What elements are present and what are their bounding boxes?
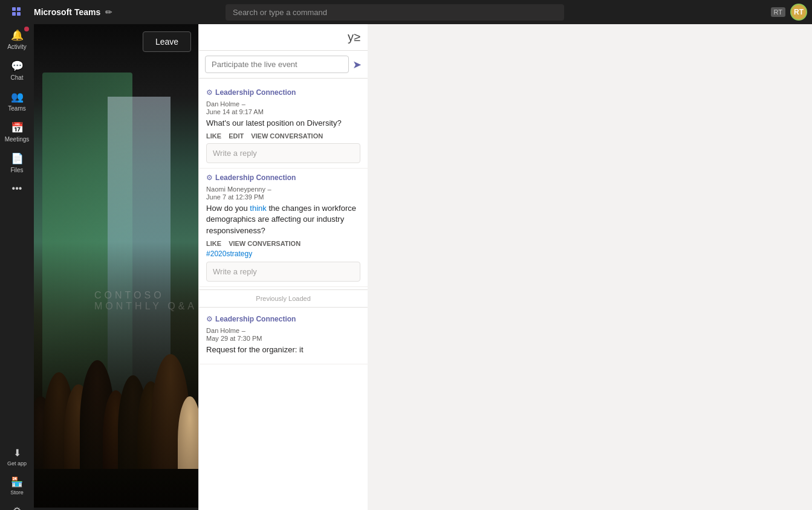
store-icon: 🏪 xyxy=(11,476,23,488)
comment-block-1: ⚙ Leadership Connection Dan Holme – June… xyxy=(199,83,368,169)
channel-icon-3: ⚙ xyxy=(206,315,213,323)
sidebar-item-feedback[interactable]: ⚙ Feedback xyxy=(0,500,34,510)
comment-author-3: Dan Holme – xyxy=(206,326,360,335)
sidebar-item-chat[interactable]: 💬 Chat xyxy=(0,55,34,86)
sidebar-item-store[interactable]: 🏪 Store xyxy=(0,471,34,500)
files-icon: 📄 xyxy=(11,152,24,165)
previously-loaded-divider: Previously Loaded xyxy=(199,289,368,308)
titlebar: Microsoft Teams ✏ RT RT xyxy=(0,0,812,24)
sidebar-label-activity: Activity xyxy=(7,44,27,50)
comment-actions-1: LIKE EDIT VIEW CONVERSATION xyxy=(206,132,360,140)
channel-name-1[interactable]: Leadership Connection xyxy=(215,88,296,97)
chat-icon: 💬 xyxy=(11,60,24,73)
comment-text-1: What's our latest position on Diversity? xyxy=(206,118,360,129)
titlebar-right: RT RT xyxy=(771,4,812,21)
author-name-2: Naomi Moneypenny xyxy=(206,186,265,193)
comment-date-1: June 14 at 9:17 AM xyxy=(206,108,360,115)
getapp-icon: ⬇ xyxy=(13,447,21,459)
comment-channel-header-1: ⚙ Leadership Connection xyxy=(206,88,360,97)
comment-date-3: May 29 at 7:30 PM xyxy=(206,335,360,342)
app-title: Microsoft Teams xyxy=(34,7,100,17)
panel-header: y≥ xyxy=(199,24,368,51)
comment-text-3: Request for the organizer: it xyxy=(206,344,360,355)
video-player[interactable]: CONTOSO MONTHLY Q&A Leave xyxy=(34,24,198,508)
author-name-1: Dan Holme xyxy=(206,100,239,108)
audience-silhouettes xyxy=(34,251,198,469)
search-input[interactable] xyxy=(226,4,564,21)
sidebar-label-teams: Teams xyxy=(8,105,25,112)
participate-input[interactable] xyxy=(205,56,349,73)
channel-icon-1: ⚙ xyxy=(206,88,213,97)
svg-rect-2 xyxy=(12,12,16,16)
meetings-icon: 📅 xyxy=(11,121,24,134)
participate-input-wrap: ➤ xyxy=(199,51,368,79)
author-name-3: Dan Holme xyxy=(206,327,239,334)
comment-text-2: How do you think the changes in workforc… xyxy=(206,203,360,236)
sidebar-label-getapp: Get app xyxy=(7,460,27,466)
view-convo-action-1[interactable]: VIEW CONVERSATION xyxy=(251,132,323,140)
sidebar-item-teams[interactable]: 👥 Teams xyxy=(0,86,34,117)
sidebar: 🔔 Activity 💬 Chat 👥 Teams 📅 Meetings 📄 F… xyxy=(0,24,34,510)
sidebar-item-getapp[interactable]: ⬇ Get app xyxy=(0,442,34,471)
comment-block-2: ⚙ Leadership Connection Naomi Moneypenny… xyxy=(199,169,368,287)
channel-name-2[interactable]: Leadership Connection xyxy=(215,173,296,182)
comments-feed[interactable]: ⚙ Leadership Connection Dan Holme – June… xyxy=(199,79,368,510)
comment-channel-header-3: ⚙ Leadership Connection xyxy=(206,315,360,323)
app-body: 🔔 Activity 💬 Chat 👥 Teams 📅 Meetings 📄 F… xyxy=(0,24,368,510)
author-dash-3: – xyxy=(242,327,245,334)
edit-icon[interactable]: ✏ xyxy=(105,7,112,17)
sidebar-label-files: Files xyxy=(10,167,23,173)
feedback-icon: ⚙ xyxy=(13,505,21,510)
author-dash-1: – xyxy=(242,100,245,108)
sidebar-item-meetings[interactable]: 📅 Meetings xyxy=(0,117,34,147)
more-icon: ••• xyxy=(12,183,22,194)
teams-icon: 👥 xyxy=(11,91,24,103)
view-convo-action-2[interactable]: VIEW CONVERSATION xyxy=(229,240,300,247)
svg-rect-3 xyxy=(17,12,21,16)
video-controls: ⏸ 🔊 12:27 / 19:36 ⚙ ⛶ ⮞ xyxy=(34,508,198,510)
like-action-2[interactable]: LIKE xyxy=(206,240,221,247)
sidebar-item-more[interactable]: ••• xyxy=(0,178,34,199)
svg-rect-0 xyxy=(12,7,16,11)
sidebar-label-store: Store xyxy=(10,489,24,495)
sidebar-item-activity[interactable]: 🔔 Activity xyxy=(0,24,34,55)
comment-date-2: June 7 at 12:39 PM xyxy=(206,193,360,201)
comment-actions-2: LIKE VIEW CONVERSATION xyxy=(206,240,360,247)
app-logo xyxy=(0,6,34,18)
channel-icon-2: ⚙ xyxy=(206,173,213,182)
comment-author-2: Naomi Moneypenny – xyxy=(206,184,360,193)
activity-icon: 🔔 xyxy=(11,29,24,42)
edit-action-1[interactable]: EDIT xyxy=(229,132,244,140)
sidebar-label-chat: Chat xyxy=(10,74,23,81)
channel-name-3[interactable]: Leadership Connection xyxy=(215,315,296,323)
reply-input-1[interactable]: Write a reply xyxy=(206,143,360,163)
reply-input-2[interactable]: Write a reply xyxy=(206,262,360,282)
search-area xyxy=(226,4,564,21)
like-action-1[interactable]: LIKE xyxy=(206,132,221,140)
leave-button[interactable]: Leave xyxy=(143,31,191,52)
comment-channel-header-2: ⚙ Leadership Connection xyxy=(206,173,360,182)
svg-rect-1 xyxy=(17,7,21,11)
comment-author-1: Dan Holme – xyxy=(206,99,360,108)
right-panel: y≥ ➤ ⚙ Leadership Connection Dan Holme –… xyxy=(198,24,368,510)
hashtag-2[interactable]: #2020strategy xyxy=(206,250,360,258)
participate-send-button[interactable]: ➤ xyxy=(352,58,362,71)
comment-block-3: ⚙ Leadership Connection Dan Holme – May … xyxy=(199,310,368,364)
avatar[interactable]: RT xyxy=(790,4,807,21)
highlight-think: think xyxy=(250,204,266,213)
video-frame: CONTOSO MONTHLY Q&A xyxy=(34,24,198,508)
video-area: CONTOSO MONTHLY Q&A Leave xyxy=(34,24,198,510)
panel-header-icon: y≥ xyxy=(348,30,360,44)
sidebar-item-files[interactable]: 📄 Files xyxy=(0,147,34,178)
author-dash-2: – xyxy=(268,186,271,193)
sidebar-label-meetings: Meetings xyxy=(5,136,30,143)
rt-badge: RT xyxy=(771,7,785,17)
